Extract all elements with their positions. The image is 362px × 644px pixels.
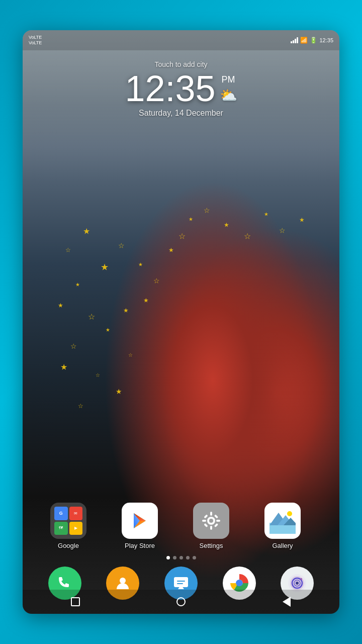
clock-right: PM ⛅ (220, 70, 237, 104)
page-dot-1[interactable] (166, 556, 170, 559)
nav-home-button[interactable] (171, 592, 191, 612)
svg-rect-22 (177, 581, 185, 582)
page-dot-4[interactable] (186, 556, 190, 559)
settings-label: Settings (200, 542, 223, 549)
page-dot-5[interactable] (193, 556, 196, 559)
google-mini-4: ▶ (69, 522, 83, 535)
nav-recent-button[interactable] (65, 592, 85, 612)
page-dots (23, 556, 339, 559)
nav-bar (23, 590, 339, 614)
signal-bar-4 (297, 37, 298, 43)
nav-back-button[interactable] (277, 592, 297, 612)
status-right: 📶 🔋 12:35 (291, 37, 333, 44)
google-label: Google (58, 542, 79, 549)
volte-1: VoLTE (29, 35, 42, 40)
home-icon (176, 597, 186, 606)
signal-bars (291, 37, 298, 43)
status-left: VoLTE VoLTE (29, 35, 42, 46)
status-bar: VoLTE VoLTE 📶 🔋 12:35 (23, 30, 339, 50)
gallery-icon (264, 503, 301, 539)
signal-bar-3 (295, 39, 296, 43)
signal-bar-1 (291, 41, 292, 43)
google-mini-3: 🗺 (54, 522, 68, 535)
svg-rect-13 (214, 523, 218, 527)
svg-point-26 (237, 581, 242, 586)
app-row: G ✉ 🗺 ▶ Google (33, 503, 329, 549)
gear-svg (200, 510, 222, 532)
wifi-icon: 📶 (300, 37, 308, 44)
svg-rect-6 (210, 512, 212, 516)
clock-row: 12:35 PM ⛅ (125, 70, 237, 107)
signal-bar-2 (293, 40, 294, 43)
svg-rect-11 (214, 514, 218, 518)
phone-frame: ★ ☆ ★ ★ ☆ ★ ☆ ★ ☆ ★ ★ ☆ ★ ☆ ★ ☆ ★ ☆ ★ ☆ … (23, 30, 339, 614)
svg-rect-9 (216, 520, 220, 522)
recent-icon (71, 597, 80, 606)
touch-city-label[interactable]: Touch to add city (154, 60, 207, 68)
gallery-svg (269, 508, 296, 534)
svg-rect-10 (204, 514, 208, 518)
app-gallery[interactable]: Gallery (247, 503, 318, 549)
cloud-sun-icon: ⛅ (220, 88, 237, 103)
svg-point-20 (120, 578, 126, 584)
svg-point-5 (209, 519, 213, 523)
play-store-icon (122, 503, 158, 539)
svg-rect-7 (210, 526, 212, 530)
app-settings[interactable]: Settings (175, 503, 247, 549)
clock-date: Saturday, 14 December (139, 109, 223, 118)
google-mini-2: ✉ (69, 507, 83, 520)
app-play-store[interactable]: Play Store (104, 503, 175, 549)
page-dot-3[interactable] (179, 556, 183, 559)
clock-status: 12:35 (319, 37, 333, 43)
back-icon (283, 597, 291, 607)
svg-point-31 (296, 582, 299, 585)
settings-icon (193, 503, 229, 539)
svg-point-19 (287, 511, 292, 516)
battery-icon: 🔋 (310, 37, 317, 44)
svg-point-32 (300, 578, 302, 580)
app-grid: G ✉ 🗺 ▶ Google (23, 503, 339, 553)
svg-rect-21 (174, 577, 188, 587)
google-mini-1: G (54, 507, 68, 520)
play-store-label: Play Store (125, 542, 155, 549)
clock-time: 12:35 (125, 70, 215, 107)
page-dot-2[interactable] (173, 556, 176, 559)
weather-icon[interactable]: ⛅ (220, 87, 237, 104)
svg-rect-8 (202, 520, 206, 522)
svg-rect-12 (204, 523, 208, 527)
app-google-folder[interactable]: G ✉ 🗺 ▶ Google (33, 503, 104, 549)
volte-2: VoLTE (29, 40, 42, 46)
svg-rect-23 (177, 583, 183, 584)
folder-icon: G ✉ 🗺 ▶ (50, 503, 86, 539)
play-store-svg (130, 511, 150, 531)
clock-ampm: PM (222, 74, 235, 85)
clock-widget[interactable]: Touch to add city 12:35 PM ⛅ Saturday, 1… (23, 60, 339, 118)
gallery-label: Gallery (272, 542, 293, 549)
